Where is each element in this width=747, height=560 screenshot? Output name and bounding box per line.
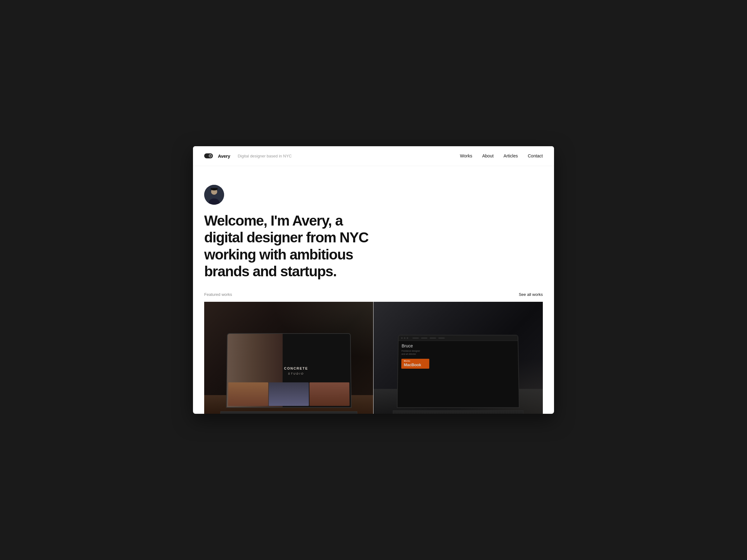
bruce-content: Bruce Freelance designerand art director… <box>397 341 519 407</box>
bruce-orange-badge: Works MacBook <box>401 359 429 369</box>
nav-left: Avery Digital designer based in NYC <box>204 153 292 159</box>
works-grid: CONCRETE STUDIO <box>204 302 543 414</box>
hero-headline: Welcome, I'm Avery, a digital designer f… <box>204 212 379 280</box>
img-strip-1 <box>228 383 268 406</box>
laptop-mockup-left: CONCRETE STUDIO <box>221 333 357 414</box>
bruce-nav-items <box>412 338 444 339</box>
nav-item-articles[interactable]: Articles <box>504 153 518 159</box>
nav-link-about[interactable]: About <box>482 153 494 158</box>
bruce-macbook-text: MacBook <box>404 363 421 367</box>
featured-section: Featured works See all works CONCRETE ST… <box>193 292 554 414</box>
logo-name: Avery <box>218 153 230 159</box>
bruce-nav-3 <box>430 338 436 339</box>
bruce-badge-text: Works <box>404 360 427 362</box>
concrete-image-strips <box>227 381 351 407</box>
img-strip-2 <box>268 383 309 406</box>
svg-point-4 <box>211 189 217 195</box>
laptop-left: CONCRETE STUDIO <box>221 333 357 414</box>
nav-link-articles[interactable]: Articles <box>504 153 518 158</box>
avatar <box>204 185 224 205</box>
nav-link-works[interactable]: Works <box>460 153 472 158</box>
featured-label: Featured works <box>204 292 232 297</box>
logo-icon <box>204 153 213 158</box>
nav-item-works[interactable]: Works <box>460 153 472 159</box>
nav-item-contact[interactable]: Contact <box>528 153 543 159</box>
bruce-dot-3 <box>407 337 408 339</box>
work-card-bruce[interactable]: Bruce Freelance designerand art director… <box>374 302 543 414</box>
bruce-nav-4 <box>439 338 445 339</box>
browser-window: Avery Digital designer based in NYC Work… <box>193 146 554 414</box>
concrete-logo: CONCRETE STUDIO <box>284 367 308 376</box>
bruce-top-bar <box>399 336 518 341</box>
bruce-name: Bruce <box>402 344 515 348</box>
bruce-dot-1 <box>401 337 403 339</box>
laptop-mockup-right: Bruce Freelance designerand art director… <box>393 335 523 414</box>
bruce-screen-content: Bruce Freelance designerand art director… <box>397 336 519 407</box>
nav-tagline: Digital designer based in NYC <box>238 154 292 158</box>
laptop-right: Bruce Freelance designerand art director… <box>393 335 523 414</box>
laptop-screen-left: CONCRETE STUDIO <box>226 333 352 408</box>
avatar-image <box>204 185 224 205</box>
concrete-screen-content: CONCRETE STUDIO <box>227 334 351 407</box>
concrete-sub-text: STUDIO <box>288 372 304 375</box>
nav-link-contact[interactable]: Contact <box>528 153 543 158</box>
laptop-screen-right: Bruce Freelance designerand art director… <box>397 335 519 408</box>
bruce-subtitle: Freelance designerand art director <box>402 350 515 355</box>
hero-section: Welcome, I'm Avery, a digital designer f… <box>193 166 554 292</box>
main-nav: Avery Digital designer based in NYC Work… <box>193 146 554 166</box>
img-strip-3 <box>309 383 350 406</box>
bruce-nav-2 <box>421 338 427 339</box>
see-all-link[interactable]: See all works <box>519 292 543 297</box>
nav-links: Works About Articles Contact <box>460 153 543 159</box>
bruce-dot-2 <box>404 337 406 339</box>
bruce-nav-1 <box>412 338 419 339</box>
laptop-base-right <box>393 410 523 414</box>
laptop-base-left <box>221 411 357 414</box>
featured-header: Featured works See all works <box>204 292 543 297</box>
work-card-concrete[interactable]: CONCRETE STUDIO <box>204 302 374 414</box>
concrete-main-text: CONCRETE <box>284 367 308 370</box>
nav-item-about[interactable]: About <box>482 153 494 159</box>
